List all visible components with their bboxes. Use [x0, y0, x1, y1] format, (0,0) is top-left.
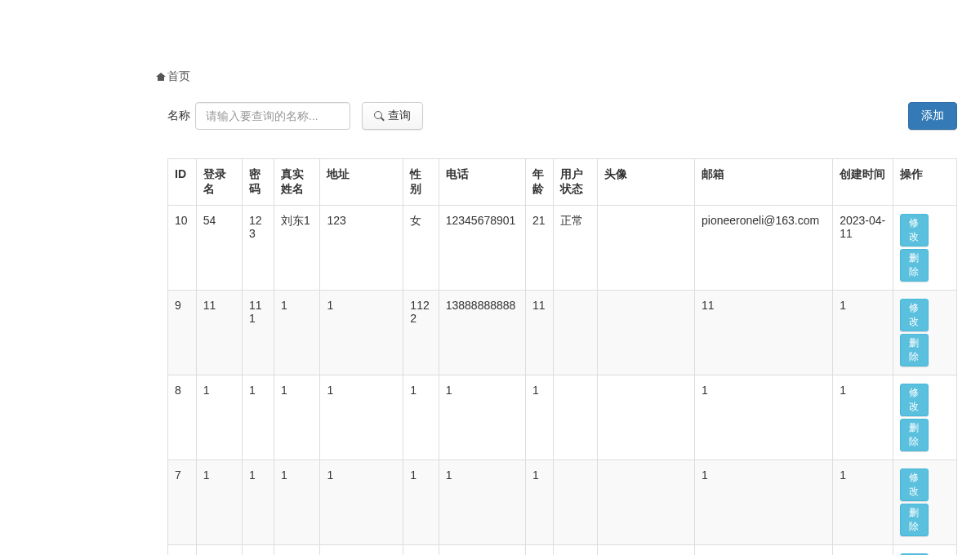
cell-actions: 修改删除 [893, 545, 956, 556]
cell-gender: 1 [403, 375, 439, 460]
th-avatar: 头像 [597, 159, 694, 206]
cell-address: 11 [320, 545, 403, 556]
cell-gender: 女 [403, 206, 439, 291]
th-realname: 真实姓名 [274, 159, 320, 206]
edit-button[interactable]: 修改 [900, 384, 929, 416]
cell-login: 1 [196, 460, 242, 545]
cell-id: 6 [168, 545, 197, 556]
th-gender: 性别 [403, 159, 439, 206]
cell-address: 123 [320, 206, 403, 291]
cell-phone: 11 [439, 545, 525, 556]
table-row: 7111111111修改删除 [168, 460, 957, 545]
query-button-label: 查询 [388, 109, 411, 123]
cell-phone: 12345678901 [439, 206, 525, 291]
th-created: 创建时间 [833, 159, 893, 206]
cell-avatar [597, 291, 694, 375]
cell-id: 9 [168, 291, 197, 375]
table-row: 9111111111221388888888811111修改删除 [168, 291, 957, 375]
cell-created: 1 [833, 460, 893, 545]
cell-age: 1 [525, 460, 553, 545]
cell-realname: 11 [274, 545, 320, 556]
cell-status [553, 375, 597, 460]
cell-password: 1 [243, 460, 274, 545]
edit-button[interactable]: 修改 [900, 214, 929, 246]
cell-avatar [597, 545, 694, 556]
cell-login: 1 [196, 375, 242, 460]
cell-created: 11 [833, 545, 893, 556]
cell-realname: 刘东1 [274, 206, 320, 291]
cell-phone: 1 [439, 460, 525, 545]
add-button-label: 添加 [921, 109, 944, 123]
cell-actions: 修改删除 [893, 291, 956, 375]
cell-realname: 1 [274, 460, 320, 545]
content-panel: 名称 查询 添加 ID 登录名 密码 真实姓名 地址 性别 电话 [167, 94, 957, 555]
edit-button[interactable]: 修改 [900, 299, 929, 331]
cell-email: 11 [695, 545, 833, 556]
cell-id: 7 [168, 460, 197, 545]
table-row: 8111111111修改删除 [168, 375, 957, 460]
breadcrumb: 首页 [144, 61, 203, 92]
cell-id: 10 [168, 206, 197, 291]
filter-label: 名称 [167, 109, 190, 123]
filter-bar: 名称 查询 添加 [167, 94, 957, 142]
cell-password: 1 [243, 375, 274, 460]
delete-button[interactable]: 删除 [900, 504, 929, 536]
th-login: 登录名 [196, 159, 242, 206]
cell-created: 1 [833, 291, 893, 375]
cell-password: 111 [243, 291, 274, 375]
search-input[interactable] [195, 102, 350, 130]
cell-status: 正常 [553, 206, 597, 291]
cell-email: 1 [695, 460, 833, 545]
th-actions: 操作 [893, 159, 956, 206]
th-password: 密码 [243, 159, 274, 206]
delete-button[interactable]: 删除 [900, 419, 929, 451]
cell-created: 1 [833, 375, 893, 460]
cell-phone: 1 [439, 375, 525, 460]
user-table: ID 登录名 密码 真实姓名 地址 性别 电话 年龄 用户状态 头像 邮箱 创建… [167, 158, 957, 555]
cell-gender: 1122 [403, 545, 439, 556]
th-age: 年龄 [525, 159, 553, 206]
add-button[interactable]: 添加 [908, 102, 957, 130]
cell-actions: 修改删除 [893, 375, 956, 460]
cell-realname: 1 [274, 291, 320, 375]
cell-id: 8 [168, 375, 197, 460]
cell-login: 11 [196, 545, 242, 556]
cell-created: 2023-04-11 [833, 206, 893, 291]
cell-email: 1 [695, 375, 833, 460]
cell-actions: 修改删除 [893, 206, 956, 291]
cell-gender: 1122 [403, 291, 439, 375]
cell-password: 11 [243, 545, 274, 556]
cell-avatar [597, 460, 694, 545]
cell-email: 11 [695, 291, 833, 375]
th-status: 用户状态 [553, 159, 597, 206]
cell-address: 1 [320, 460, 403, 545]
cell-login: 11 [196, 291, 242, 375]
table-header-row: ID 登录名 密码 真实姓名 地址 性别 电话 年龄 用户状态 头像 邮箱 创建… [168, 159, 957, 206]
cell-age: 1 [525, 375, 553, 460]
cell-age: 11 [525, 291, 553, 375]
table-row: 611111111112211111111修改删除 [168, 545, 957, 556]
cell-address: 1 [320, 291, 403, 375]
table-row: 1054123刘东1123女1234567890121正常pioneeronel… [168, 206, 957, 291]
cell-login: 54 [196, 206, 242, 291]
delete-button[interactable]: 删除 [900, 249, 929, 282]
cell-status [553, 460, 597, 545]
cell-status [553, 291, 597, 375]
delete-button[interactable]: 删除 [900, 334, 929, 366]
breadcrumb-home-label: 首页 [167, 69, 190, 84]
cell-phone: 13888888888 [439, 291, 525, 375]
cell-avatar [597, 375, 694, 460]
th-address: 地址 [320, 159, 403, 206]
home-icon [156, 72, 166, 82]
cell-password: 123 [243, 206, 274, 291]
edit-button[interactable]: 修改 [900, 468, 929, 501]
th-email: 邮箱 [695, 159, 833, 206]
cell-age: 21 [525, 206, 553, 291]
cell-age: 11 [525, 545, 553, 556]
cell-email: pioneeroneli@163.com [695, 206, 833, 291]
breadcrumb-home[interactable]: 首页 [156, 69, 190, 84]
cell-avatar [597, 206, 694, 291]
cell-realname: 1 [274, 375, 320, 460]
cell-address: 1 [320, 375, 403, 460]
query-button[interactable]: 查询 [362, 102, 423, 130]
